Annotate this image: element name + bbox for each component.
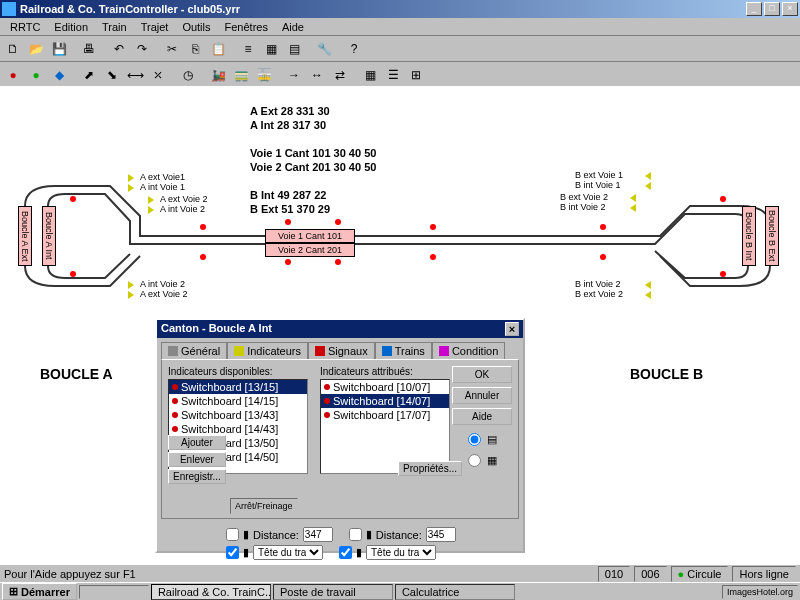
signal-icon[interactable]: [645, 182, 651, 190]
tool1-icon[interactable]: ≡: [237, 38, 259, 60]
head-select-1[interactable]: Tête du train: [253, 545, 323, 560]
route2-icon[interactable]: ↔: [306, 64, 328, 86]
add-button[interactable]: Ajouter: [168, 435, 226, 450]
paste-icon[interactable]: 📋: [207, 38, 229, 60]
menu-edition[interactable]: Edition: [48, 19, 94, 35]
switch2-icon[interactable]: ⬊: [101, 64, 123, 86]
signal-icon[interactable]: [148, 196, 154, 204]
indicator-dot[interactable]: [720, 271, 726, 277]
menu-rrtc[interactable]: RRTC: [4, 19, 46, 35]
indicator-dot[interactable]: [285, 219, 291, 225]
signal-icon[interactable]: [630, 194, 636, 202]
block-voie1[interactable]: Voie 1 Cant 101: [265, 229, 355, 243]
checkbox-head-2[interactable]: [339, 546, 352, 559]
indicator-dot[interactable]: [70, 196, 76, 202]
minimize-button[interactable]: _: [746, 2, 762, 16]
grid2-icon[interactable]: ☰: [382, 64, 404, 86]
list-item[interactable]: Switchboard [14/15]: [169, 394, 307, 408]
open-icon[interactable]: 📂: [25, 38, 47, 60]
indicator-dot[interactable]: [720, 196, 726, 202]
tab-trains[interactable]: Trains: [375, 342, 432, 359]
signal-icon[interactable]: [630, 204, 636, 212]
save-icon[interactable]: 💾: [48, 38, 70, 60]
assigned-listbox[interactable]: Switchboard [10/07] Switchboard [14/07] …: [320, 379, 450, 474]
redo-icon[interactable]: ↷: [131, 38, 153, 60]
new-icon[interactable]: 🗋: [2, 38, 24, 60]
block-boucle-a-ext[interactable]: Boucle A Ext: [18, 206, 32, 266]
list-item[interactable]: Switchboard [10/07]: [321, 380, 449, 394]
wrench-icon[interactable]: 🔧: [313, 38, 335, 60]
undo-icon[interactable]: ↶: [108, 38, 130, 60]
signal-green-icon[interactable]: ●: [25, 64, 47, 86]
save-button[interactable]: Enregistr...: [168, 469, 226, 484]
block-boucle-a-int[interactable]: Boucle A Int: [42, 206, 56, 266]
tab-general[interactable]: Général: [161, 342, 227, 359]
signal-icon[interactable]: [645, 172, 651, 180]
close-button[interactable]: ×: [782, 2, 798, 16]
signal-icon[interactable]: [645, 281, 651, 289]
tab-condition[interactable]: Condition: [432, 342, 505, 359]
signal-icon[interactable]: [645, 291, 651, 299]
indicator-dot[interactable]: [430, 224, 436, 230]
maximize-button[interactable]: □: [764, 2, 780, 16]
tool3-icon[interactable]: ▤: [283, 38, 305, 60]
indicator-dot[interactable]: [285, 259, 291, 265]
indicator-dot[interactable]: [600, 254, 606, 260]
loco3-icon[interactable]: 🚋: [253, 64, 275, 86]
print-icon[interactable]: 🖶: [78, 38, 100, 60]
signal-icon[interactable]: [128, 291, 134, 299]
loco2-icon[interactable]: 🚃: [230, 64, 252, 86]
distance-input-2[interactable]: [426, 527, 456, 542]
radio-option-2[interactable]: [468, 454, 481, 467]
list-item[interactable]: Switchboard [13/43]: [169, 408, 307, 422]
indicator-dot[interactable]: [335, 219, 341, 225]
checkbox-stop[interactable]: [226, 528, 239, 541]
list-item[interactable]: Switchboard [14/07]: [321, 394, 449, 408]
tab-signaux[interactable]: Signaux: [308, 342, 375, 359]
task-poste[interactable]: Poste de travail: [273, 584, 393, 600]
signal-icon[interactable]: [128, 174, 134, 182]
loco1-icon[interactable]: 🚂: [207, 64, 229, 86]
radio-option-1[interactable]: [468, 433, 481, 446]
list-item[interactable]: Switchboard [13/15]: [169, 380, 307, 394]
block-boucle-b-int[interactable]: Boucle B Int: [742, 206, 756, 266]
cut-icon[interactable]: ✂: [161, 38, 183, 60]
indicator-dot[interactable]: [430, 254, 436, 260]
switch3-icon[interactable]: ⟷: [124, 64, 146, 86]
tab-indicateurs[interactable]: Indicateurs: [227, 342, 308, 360]
signal-icon[interactable]: [128, 281, 134, 289]
list-item[interactable]: Switchboard [14/43]: [169, 422, 307, 436]
grid3-icon[interactable]: ⊞: [405, 64, 427, 86]
quicklaunch[interactable]: [79, 585, 149, 599]
switch1-icon[interactable]: ⬈: [78, 64, 100, 86]
block-boucle-b-ext[interactable]: Boucle B Ext: [765, 206, 779, 266]
indicator-dot[interactable]: [600, 224, 606, 230]
help-icon[interactable]: ?: [343, 38, 365, 60]
ok-button[interactable]: OK: [452, 366, 512, 383]
start-button[interactable]: ⊞Démarrer: [2, 583, 77, 600]
task-calc[interactable]: Calculatrice: [395, 584, 515, 600]
menu-trajet[interactable]: Trajet: [135, 19, 175, 35]
grid1-icon[interactable]: ▦: [359, 64, 381, 86]
menu-outils[interactable]: Outils: [176, 19, 216, 35]
signal-icon[interactable]: [148, 206, 154, 214]
head-select-2[interactable]: Tête du train: [366, 545, 436, 560]
menu-train[interactable]: Train: [96, 19, 133, 35]
list-item[interactable]: Switchboard [17/07]: [321, 408, 449, 422]
menu-fenetres[interactable]: Fenêtres: [219, 19, 274, 35]
checkbox-brake[interactable]: [349, 528, 362, 541]
indicator-dot[interactable]: [200, 224, 206, 230]
route3-icon[interactable]: ⇄: [329, 64, 351, 86]
properties-button[interactable]: Propriétés...: [398, 461, 462, 476]
task-railroad[interactable]: Railroad & Co. TrainC...: [151, 584, 271, 600]
distance-input-1[interactable]: [303, 527, 333, 542]
switch4-icon[interactable]: ⤫: [147, 64, 169, 86]
copy-icon[interactable]: ⎘: [184, 38, 206, 60]
checkbox-head-1[interactable]: [226, 546, 239, 559]
indicator-dot[interactable]: [70, 271, 76, 277]
route1-icon[interactable]: →: [283, 64, 305, 86]
remove-button[interactable]: Enlever: [168, 452, 226, 467]
signal-icon[interactable]: [128, 184, 134, 192]
signal-red-icon[interactable]: ●: [2, 64, 24, 86]
cancel-button[interactable]: Annuler: [452, 387, 512, 404]
